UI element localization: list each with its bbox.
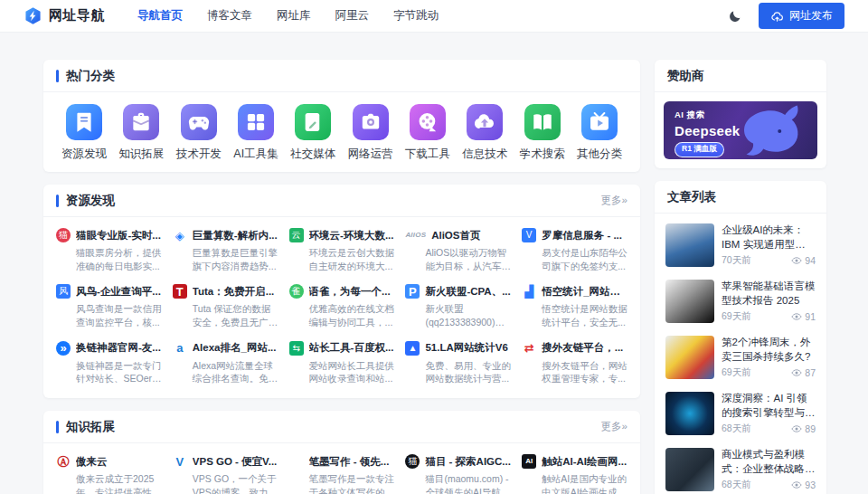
site-title: 语雀，为每一个...: [309, 285, 395, 299]
sponsor-title: 赞助商: [667, 68, 704, 84]
nav-link[interactable]: 导航首页: [137, 8, 183, 24]
article-title: 企业级AI的未来：IBM 实现通用型企业级 AI ...: [722, 223, 816, 252]
category-item[interactable]: AI工具集: [230, 104, 282, 162]
site-favicon: ▟: [522, 284, 536, 299]
article-title: 商业模式与盈利模式：企业整体战略和运作及实...: [722, 448, 816, 476]
site-title: 新火联盟-CPA、...: [425, 285, 511, 299]
more-link[interactable]: 更多»: [601, 420, 627, 433]
hot-categories-card: 热门分类 资源发现 知识拓展: [43, 60, 640, 172]
site-description: 换链神器是一款专门针对站长、SEOer开...: [56, 359, 162, 385]
category-label: 社交媒体: [290, 147, 335, 162]
site-description: 傲来云成立于2025年，专注提供高性...: [56, 472, 162, 494]
article-item[interactable]: 苹果智能基础语言模型技术报告 2025 69天前 91: [665, 273, 816, 329]
nav-link[interactable]: 网址库: [277, 8, 311, 24]
category-item[interactable]: 资源发现: [58, 104, 110, 162]
site-description: 巨量算数是巨量引擎旗下内容消费趋势...: [173, 246, 278, 272]
site-favicon: AI: [522, 454, 536, 469]
category-label: 资源发现: [61, 147, 107, 162]
article-item[interactable]: 企业级AI的未来：IBM 实现通用型企业级 AI ... 70天前 94: [665, 217, 816, 273]
category-icon: [123, 104, 159, 140]
site-card[interactable]: ⇆ 站长工具-百度权... 爱站网站长工具提供网站收录查询和站...: [289, 341, 395, 385]
article-views: 89: [791, 423, 816, 434]
site-favicon: ⇆: [289, 341, 304, 356]
site-card[interactable]: ◈ 巨量算数-解析内... 巨量算数是巨量引擎旗下内容消费趋势...: [173, 228, 278, 272]
site-card[interactable]: P 新火联盟-CPA、... 新火联盟(qq2133383900)是...: [405, 284, 511, 328]
category-icon: [295, 104, 331, 140]
category-label: 下载工具: [405, 147, 450, 162]
article-item[interactable]: 商业模式与盈利模式：企业整体战略和运作及实... 68天前 93: [665, 442, 816, 494]
sidebar: 赞助商 AI 搜索 Deepseek R1 满血版 文章列表 企业级: [655, 60, 826, 494]
site-card[interactable]: » 换链神器官网-友... 换链神器是一款专门针对站长、SEOer开...: [56, 341, 162, 385]
site-title: 猫眼专业版-实时...: [76, 229, 162, 242]
site-favicon: 猫: [56, 228, 71, 242]
article-views: 87: [791, 367, 816, 378]
site-card[interactable]: ⇄ 搜外友链平台，... 搜外友链平台，网站权重管理专家，专...: [522, 341, 627, 385]
site-title: 51.LA网站统计V6: [425, 341, 511, 355]
category-item[interactable]: 其他分类: [573, 104, 626, 162]
site-title: 换链神器官网-友...: [76, 341, 162, 355]
site-favicon: Ⓐ: [56, 454, 71, 469]
category-item[interactable]: 学术搜索: [516, 104, 569, 162]
site-title: 笔墨写作 - 领先...: [309, 455, 395, 469]
article-views: 91: [791, 311, 816, 322]
article-item[interactable]: 第2个冲锋周末，外卖三国杀持续多久? 69天前 87: [665, 329, 816, 385]
site-card[interactable]: T Tuta：免费开启... Tuta 保证您的数据安全，免费且无广告...: [173, 284, 278, 328]
brand[interactable]: 网址导航: [24, 6, 105, 25]
nav-link[interactable]: 博客文章: [207, 8, 252, 24]
sponsor-header: 赞助商: [655, 60, 826, 92]
site-section-header: 资源发现 更多»: [43, 185, 640, 217]
article-list-card: 文章列表 企业级AI的未来：IBM 实现通用型企业级 AI ... 70天前: [655, 181, 826, 494]
site-favicon: P: [405, 284, 420, 299]
category-icon: [581, 104, 618, 140]
article-age: 69天前: [722, 366, 751, 379]
category-item[interactable]: 信息技术: [458, 104, 511, 162]
category-item[interactable]: 技术开发: [173, 104, 225, 162]
category-item[interactable]: 社交媒体: [287, 104, 339, 162]
site-favicon: T: [173, 284, 187, 299]
site-section-header: 知识拓展 更多»: [43, 411, 640, 443]
site-title: 搜外友链平台，...: [542, 341, 627, 355]
publish-button[interactable]: 网址发布: [759, 3, 844, 29]
hot-categories-header: 热门分类: [43, 60, 640, 92]
category-icon: [66, 104, 102, 140]
site-card[interactable]: ▟ 悟空统计_网站流... 悟空统计是网站数据统计平台，安全无...: [522, 284, 627, 328]
nav-link[interactable]: 字节跳动: [393, 8, 439, 24]
nav-link[interactable]: 阿里云: [335, 8, 370, 24]
article-list-header: 文章列表: [655, 181, 826, 214]
site-description: Tuta 保证您的数据安全，免费且无广告...: [173, 302, 278, 328]
whale-icon: [731, 104, 814, 158]
category-item[interactable]: 下载工具: [401, 104, 454, 162]
section-title: 热门分类: [66, 68, 115, 84]
article-list-title: 文章列表: [667, 189, 716, 205]
category-item[interactable]: 网络运营: [344, 104, 397, 162]
site-card[interactable]: 笔墨写作 - 领先... 笔墨写作是一款专注于各种文体写作的...: [289, 454, 395, 494]
site-card[interactable]: 云 环境云-环境大数... 环境云是云创大数据自主研发的环境大...: [289, 228, 395, 272]
moon-icon: [728, 9, 742, 24]
sponsor-banner[interactable]: AI 搜索 Deepseek R1 满血版: [664, 101, 817, 159]
category-icon: [238, 104, 274, 140]
site-card[interactable]: 猫 猫眼专业版-实时... 猫眼票房分析，提供准确的每日电影实...: [56, 228, 162, 272]
site-card[interactable]: 风 风鸟-企业查询平... 风鸟查询是一款信用查询监控平台，核...: [56, 284, 162, 328]
site-favicon: ◈: [173, 228, 187, 242]
site-card[interactable]: ▲ 51.LA网站统计V6 免费、易用、专业的网站数据统计与营...: [405, 341, 511, 385]
category-icon: [467, 104, 503, 140]
site-card[interactable]: Ⓐ 傲来云 傲来云成立于2025年，专注提供高性...: [56, 454, 162, 494]
site-card[interactable]: V 罗摩信息服务 - ... 易支付是山东陌华公司旗下的免签约支...: [522, 228, 627, 272]
dark-mode-toggle[interactable]: [724, 5, 746, 27]
site-description: 新火联盟(qq2133383900)是...: [405, 302, 511, 328]
article-views: 94: [791, 255, 816, 266]
sponsor-card: 赞助商 AI 搜索 Deepseek R1 满血版: [655, 60, 826, 168]
category-item[interactable]: 知识拓展: [115, 104, 167, 162]
more-link[interactable]: 更多»: [601, 194, 627, 207]
site-card[interactable]: 雀 语雀，为每一个... 优雅高效的在线文档编辑与协同工具，...: [289, 284, 395, 328]
site-section-card: 知识拓展 更多» Ⓐ 傲来云 傲来云成立于2025年，专注提供高性...: [43, 411, 640, 494]
site-card[interactable]: AI 触站AI-AI绘画网... 触站AI是国内专业的中文版AI绘画生成...: [522, 454, 627, 494]
site-card[interactable]: a Alexa排名_网站... Alexa网站流量全球综合排名查询。免费...: [173, 341, 278, 385]
article-item[interactable]: 深度洞察：AI 引领的搜索引擎转型与 SEO 策... 68天前 89: [665, 385, 816, 442]
site-card[interactable]: AliOS AliOS首页 AliOS以驱动万物智能为目标，从汽车开...: [405, 228, 511, 272]
eye-icon: [791, 367, 802, 378]
site-description: 易支付是山东陌华公司旗下的免签约支...: [522, 246, 627, 272]
site-card[interactable]: 猫 猫目 - 探索AIGC... 猫目(maomu.com) - 全球领先的AI…: [405, 454, 511, 494]
site-card[interactable]: V VPS GO - 便宜V... VPS GO，一个关于VPS的博客，致力于.…: [173, 454, 278, 494]
sponsor-tag: R1 满血版: [675, 142, 724, 157]
